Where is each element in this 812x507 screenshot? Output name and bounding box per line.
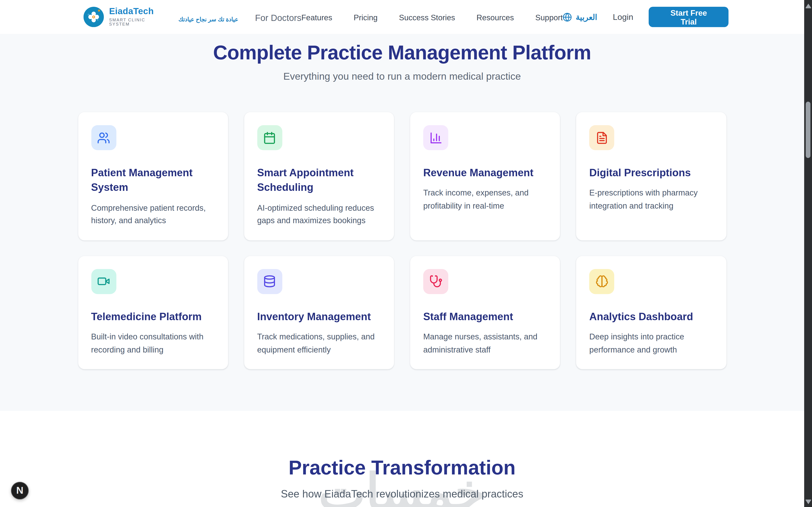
scrollbar[interactable]	[804, 0, 812, 507]
scrollbar-thumb[interactable]	[806, 102, 810, 158]
brand-arabic-tagline: عيادة تك سر نجاح عيادتك	[178, 16, 238, 23]
nav-item-features[interactable]: Features	[301, 13, 332, 22]
language-label: العربية	[576, 12, 597, 21]
page-viewport: EiadaTech SMART CLINIC SYSTEM عيادة تك س…	[0, 0, 812, 507]
for-doctors-label: For Doctors	[255, 13, 301, 23]
nav-item-success-stories[interactable]: Success Stories	[399, 13, 455, 22]
nav-item-resources[interactable]: Resources	[476, 13, 514, 22]
stethoscope-icon	[429, 275, 442, 288]
feature-card-digital-prescriptions: Digital Prescriptions E-prescriptions wi…	[576, 112, 726, 240]
feature-card-inventory-management: Inventory Management Track medications, …	[244, 256, 394, 369]
page-subtitle: Everything you need to run a modern medi…	[0, 71, 804, 82]
feature-card-patient-management: Patient Management System Comprehensive …	[78, 112, 228, 240]
main-nav: Features Pricing Success Stories Resourc…	[301, 13, 563, 22]
feature-title: Revenue Management	[423, 165, 547, 180]
feature-card-revenue-management: Revenue Management Track income, expense…	[410, 112, 560, 240]
calendar-icon	[263, 131, 276, 144]
video-camera-icon	[97, 275, 110, 288]
feature-title: Digital Prescriptions	[589, 165, 713, 180]
scroll-down-arrow-icon[interactable]	[805, 499, 811, 504]
feature-card-appointment-scheduling: Smart Appointment Scheduling AI-optimize…	[244, 112, 394, 240]
globe-icon	[563, 12, 572, 21]
feature-icon-box	[91, 269, 116, 294]
feature-description: Built-in video consultations with record…	[91, 331, 215, 356]
nav-item-support[interactable]: Support	[535, 13, 563, 22]
feature-card-telemedicine: Telemedicine Platform Built-in video con…	[78, 256, 228, 369]
eiadatech-logo-icon	[84, 7, 104, 27]
feature-title: Telemedicine Platform	[91, 309, 215, 324]
feature-title: Patient Management System	[91, 165, 215, 195]
brain-icon	[595, 275, 608, 288]
page-title: Complete Practice Management Platform	[0, 42, 804, 64]
feature-description: Manage nurses, assistants, and administr…	[423, 331, 547, 356]
navbar-right: العربية Login Start Free Trial	[563, 7, 728, 27]
feature-description: AI-optimized scheduling reduces gaps and…	[257, 202, 381, 227]
feature-card-staff-management: Staff Management Manage nurses, assistan…	[410, 256, 560, 369]
feature-icon-box	[423, 125, 448, 150]
feature-description: Deep insights into practice performance …	[589, 331, 713, 356]
feature-title: Inventory Management	[257, 309, 381, 324]
brand-text: EiadaTech SMART CLINIC SYSTEM	[109, 7, 166, 27]
feature-icon-box	[257, 125, 282, 150]
feature-icon-box	[589, 125, 614, 150]
feature-description: Comprehensive patient records, history, …	[91, 202, 215, 227]
database-icon	[263, 275, 276, 288]
language-switcher[interactable]: العربية	[563, 12, 597, 21]
top-navbar: EiadaTech SMART CLINIC SYSTEM عيادة تك س…	[0, 0, 804, 34]
feature-description: E-prescriptions with pharmacy integratio…	[589, 187, 713, 212]
file-text-icon	[595, 131, 608, 144]
login-link[interactable]: Login	[613, 12, 633, 21]
feature-description: Track medications, supplies, and equipme…	[257, 331, 381, 356]
brand-subtitle: SMART CLINIC SYSTEM	[109, 18, 166, 27]
bar-chart-icon	[429, 131, 442, 144]
brand-name: EiadaTech	[109, 7, 166, 16]
feature-icon-box	[91, 125, 116, 150]
feature-cards-grid: Patient Management System Comprehensive …	[78, 112, 726, 369]
feature-icon-box	[257, 269, 282, 294]
users-icon	[97, 131, 110, 144]
feature-card-analytics-dashboard: Analytics Dashboard Deep insights into p…	[576, 256, 726, 369]
nav-item-pricing[interactable]: Pricing	[354, 13, 377, 22]
feature-title: Smart Appointment Scheduling	[257, 165, 381, 195]
transformation-title: Practice Transformation	[0, 457, 804, 479]
scroll-up-arrow-icon[interactable]	[805, 4, 811, 8]
feature-icon-box	[423, 269, 448, 294]
feature-description: Track income, expenses, and profitabilit…	[423, 187, 547, 212]
features-section: Complete Practice Management Platform Ev…	[0, 34, 804, 411]
start-free-trial-button[interactable]: Start Free Trial	[649, 7, 728, 27]
transformation-subtitle: See how EiadaTech revolutionizes medical…	[0, 488, 804, 500]
feature-icon-box	[589, 269, 614, 294]
brand-group: EiadaTech SMART CLINIC SYSTEM عيادة تك س…	[84, 7, 301, 27]
feature-title: Staff Management	[423, 309, 547, 324]
transformation-section: خمسات Practice Transformation See how Ei…	[0, 411, 804, 507]
feature-title: Analytics Dashboard	[589, 309, 713, 324]
